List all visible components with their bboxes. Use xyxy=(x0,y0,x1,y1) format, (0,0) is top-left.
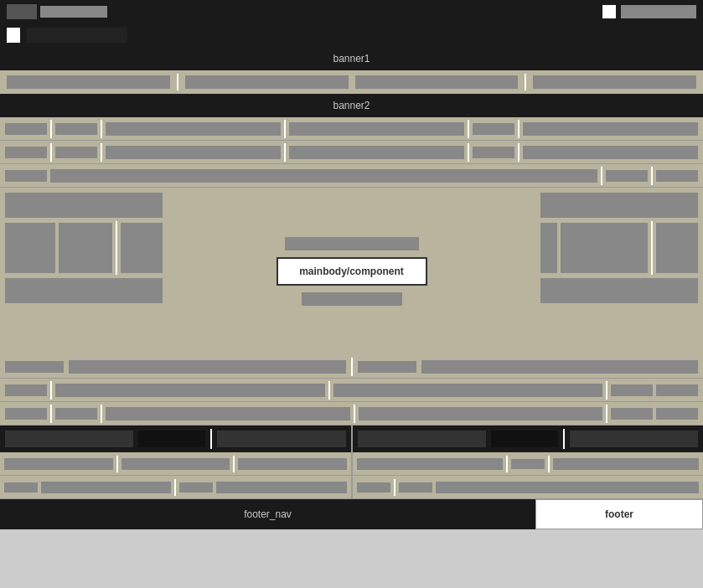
wide-cell-2[interactable] xyxy=(69,360,346,374)
wide-cell-3[interactable] xyxy=(358,361,416,373)
footer-nav[interactable]: footer_nav xyxy=(0,499,535,529)
cell-3-4[interactable] xyxy=(656,170,698,182)
left-cell-top[interactable] xyxy=(5,193,163,218)
right-thumb-1[interactable] xyxy=(561,223,648,273)
below-main xyxy=(0,355,703,426)
cell-5-1[interactable] xyxy=(5,408,47,420)
cell-3-3[interactable] xyxy=(606,170,648,182)
divider xyxy=(50,120,52,138)
divider xyxy=(354,405,355,423)
cell-1-6[interactable] xyxy=(523,122,698,136)
nav-toggle-icon[interactable] xyxy=(7,28,20,43)
black-cell-dark-1[interactable] xyxy=(138,431,205,447)
black-cell-dark-2[interactable] xyxy=(491,431,558,447)
cell-5-5[interactable] xyxy=(611,408,653,420)
cell-4-5[interactable] xyxy=(656,384,698,396)
nav-menu-item[interactable] xyxy=(27,28,127,43)
footer-cell-sm-2[interactable] xyxy=(179,482,213,493)
black-cell-3[interactable] xyxy=(358,431,486,447)
left-thumb-1[interactable] xyxy=(5,223,55,273)
banner2: banner2 xyxy=(0,94,703,117)
divider xyxy=(468,143,469,162)
cell-2-4[interactable] xyxy=(289,146,464,159)
divider xyxy=(506,456,508,472)
wide-cell-1[interactable] xyxy=(5,361,64,373)
divider xyxy=(601,167,602,185)
cell-3-1[interactable] xyxy=(5,170,47,182)
cell-2-5[interactable] xyxy=(473,147,514,158)
cell-5-4[interactable] xyxy=(359,407,603,420)
sub-nav-item-2[interactable] xyxy=(185,75,349,89)
left-cell-bottom[interactable] xyxy=(5,278,163,303)
cell-4-4[interactable] xyxy=(611,384,653,396)
content-row-2 xyxy=(0,141,703,164)
footer[interactable]: footer xyxy=(535,499,703,529)
header-right-area xyxy=(602,5,696,18)
footer-cell-1[interactable] xyxy=(4,458,113,470)
cell-3-2[interactable] xyxy=(50,169,597,183)
header-logo-area xyxy=(7,4,107,19)
footer-cell-7[interactable] xyxy=(553,458,699,470)
cell-4-2[interactable] xyxy=(55,384,325,397)
cell-1-4[interactable] xyxy=(289,122,464,136)
divider xyxy=(101,143,102,162)
right-thumb-sm[interactable] xyxy=(540,223,557,273)
divider xyxy=(548,456,550,472)
cell-2-3[interactable] xyxy=(106,146,281,159)
black-divider-2 xyxy=(563,429,565,449)
cell-1-3[interactable] xyxy=(106,122,281,136)
footer-cell-5[interactable] xyxy=(216,482,346,493)
logo-icon xyxy=(7,4,37,19)
divider xyxy=(394,479,395,496)
cell-4-3[interactable] xyxy=(333,384,603,397)
footer-cell-8[interactable] xyxy=(436,482,700,493)
sub-nav-item-1[interactable] xyxy=(7,75,170,89)
cell-2-6[interactable] xyxy=(523,146,698,159)
black-cell-1[interactable] xyxy=(5,431,133,447)
footer-cell-3[interactable] xyxy=(238,458,347,470)
right-thumb-2[interactable] xyxy=(656,223,698,273)
right-cell-top[interactable] xyxy=(540,193,698,218)
sub-nav xyxy=(0,70,703,94)
divider xyxy=(284,143,286,162)
footer-cell-sm-1[interactable] xyxy=(4,482,38,493)
sub-nav-item-4[interactable] xyxy=(533,75,696,89)
black-cell-2[interactable] xyxy=(217,431,345,447)
left-thumb-3[interactable] xyxy=(121,223,163,273)
divider xyxy=(351,358,353,376)
footer-cell-sm-5[interactable] xyxy=(399,482,432,493)
mainbody-component[interactable]: mainbody/component xyxy=(277,257,427,286)
content-row-3 xyxy=(0,164,703,188)
cell-1-5[interactable] xyxy=(473,123,514,135)
sub-nav-divider-1 xyxy=(177,74,178,90)
footer-cell-6[interactable] xyxy=(357,458,503,470)
divider xyxy=(116,221,117,275)
cell-4-1[interactable] xyxy=(5,384,47,396)
footer-cell-sm-4[interactable] xyxy=(357,482,390,493)
black-section-left xyxy=(0,426,353,452)
divider xyxy=(174,479,176,496)
black-cell-4[interactable] xyxy=(570,431,698,447)
sub-nav-item-3[interactable] xyxy=(355,75,519,89)
right-cell-bottom[interactable] xyxy=(540,278,698,303)
divider xyxy=(101,120,102,138)
black-section-row xyxy=(0,426,703,452)
header-right-label[interactable] xyxy=(621,5,696,18)
cell-5-2[interactable] xyxy=(55,408,97,420)
cell-2-1[interactable] xyxy=(5,147,47,158)
wide-cell-4[interactable] xyxy=(421,360,699,374)
footer-cell-sm-3[interactable] xyxy=(511,459,545,469)
banner1: banner1 xyxy=(0,47,703,70)
cell-1-2[interactable] xyxy=(55,123,97,135)
divider xyxy=(606,405,607,423)
footer-cell-4[interactable] xyxy=(41,482,171,493)
cell-5-3[interactable] xyxy=(106,407,350,420)
divider xyxy=(651,167,653,185)
header-right-icon[interactable] xyxy=(602,5,616,18)
left-thumb-2[interactable] xyxy=(59,223,112,273)
cell-5-6[interactable] xyxy=(656,408,698,420)
footer-cell-2[interactable] xyxy=(121,458,230,470)
cell-2-2[interactable] xyxy=(55,147,97,158)
divider xyxy=(651,221,653,275)
cell-1-1[interactable] xyxy=(5,123,47,135)
